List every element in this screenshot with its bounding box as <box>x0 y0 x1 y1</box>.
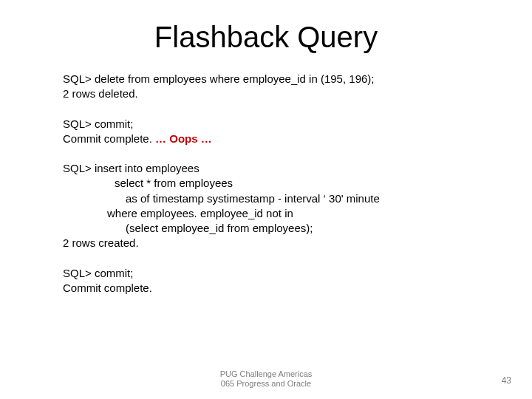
footer-line2: 065 Progress and Oracle <box>0 379 532 389</box>
code-line: SQL> insert into employees <box>63 161 469 176</box>
slide-title: Flashback Query <box>0 21 532 54</box>
slide-content: SQL> delete from employees where employe… <box>63 72 469 296</box>
code-line: SQL> delete from employees where employe… <box>63 72 469 86</box>
footer-center: PUG Challenge Americas 065 Progress and … <box>0 369 532 389</box>
sql-block-delete: SQL> delete from employees where employe… <box>63 72 469 102</box>
code-line: Commit complete. … Oops … <box>63 132 469 146</box>
footer-line1: PUG Challenge Americas <box>0 369 532 379</box>
code-line: Commit complete. <box>63 281 469 296</box>
code-line: select * from employees <box>63 176 469 191</box>
code-line: as of timestamp systimestamp - interval … <box>63 191 469 206</box>
sql-block-commit: SQL> commit; Commit complete. <box>63 266 469 296</box>
code-line: where employees. employee_id not in <box>63 206 469 221</box>
code-line: 2 rows deleted. <box>63 86 469 101</box>
sql-block-commit-oops: SQL> commit; Commit complete. … Oops … <box>63 117 469 147</box>
code-line: SQL> commit; <box>63 117 469 132</box>
code-line: (select employee_id from employees); <box>63 221 469 236</box>
page-number: 43 <box>502 375 511 386</box>
code-line: SQL> commit; <box>63 266 469 281</box>
sql-block-insert: SQL> insert into employees select * from… <box>63 161 469 251</box>
commit-text: Commit complete. <box>63 132 155 145</box>
code-line: 2 rows created. <box>63 236 469 250</box>
oops-text: … Oops … <box>155 132 212 145</box>
